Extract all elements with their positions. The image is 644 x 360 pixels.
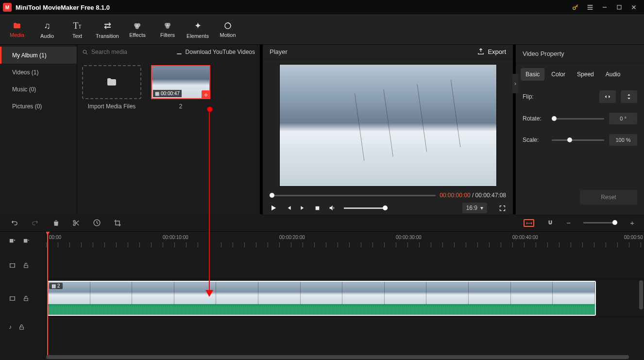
sidebar-item-videos[interactable]: Videos (1) <box>0 64 77 81</box>
sidebar-item-myalbum[interactable]: My Album (1) <box>0 47 77 64</box>
timeline-clip[interactable]: ▦ 2 <box>47 281 596 316</box>
transition-icon: ⇄ <box>104 20 111 31</box>
tab-audio[interactable]: ♫ Audio <box>32 15 62 44</box>
timeline-tracks[interactable]: 00:00 00:00:10:00 00:00:20:00 00:00:30:0… <box>46 232 644 355</box>
folder-plus-icon <box>105 76 119 88</box>
clip-name: 2 <box>179 103 183 110</box>
zoom-out-button[interactable]: − <box>566 219 571 227</box>
scale-slider[interactable] <box>552 139 604 141</box>
folder-icon <box>12 21 22 30</box>
tab-text[interactable]: TT Text <box>62 15 92 44</box>
volume-slider[interactable] <box>344 207 388 209</box>
property-title: Video Property <box>523 50 564 57</box>
import-label: Import Media Files <box>88 103 136 110</box>
close-button[interactable] <box>627 0 641 15</box>
reset-button[interactable]: Reset <box>580 190 637 205</box>
overlay-lock-button[interactable] <box>23 262 29 269</box>
media-panel: My Album (1) Videos (1) Music (0) Pictur… <box>0 45 260 214</box>
title-bar: M MiniTool MovieMaker Free 8.1.0 <box>0 0 644 15</box>
activate-key-icon[interactable] <box>568 0 583 15</box>
audio-track[interactable] <box>46 317 644 337</box>
horizontal-scrollbar[interactable] <box>0 355 644 360</box>
film-icon: ▦ <box>155 91 159 96</box>
video-track-icon <box>9 295 16 302</box>
fullscreen-button[interactable] <box>499 205 506 212</box>
sidebar-item-pictures[interactable]: Pictures (0) <box>0 98 77 115</box>
time-ruler[interactable]: 00:00 00:00:10:00 00:00:20:00 00:00:30:0… <box>46 232 644 251</box>
main-video-track[interactable]: ▦ 2 <box>46 279 644 317</box>
undo-button[interactable] <box>10 219 18 227</box>
minimize-button[interactable] <box>597 0 612 15</box>
next-frame-button[interactable] <box>300 205 306 211</box>
annotation-arrow <box>209 107 210 296</box>
crop-button[interactable] <box>114 219 121 227</box>
svg-rect-16 <box>10 263 15 267</box>
sidebar-item-music[interactable]: Music (0) <box>0 81 77 98</box>
prop-tab-color[interactable]: Color <box>546 68 570 81</box>
split-button[interactable] <box>72 219 80 227</box>
svg-rect-17 <box>24 265 28 267</box>
audio-track-icon: ♪ <box>9 324 12 330</box>
property-panel: › Video Property Basic Color Speed Audio… <box>516 45 644 214</box>
seek-bar[interactable] <box>270 195 436 196</box>
aspect-ratio-select[interactable]: 16:9 ▾ <box>462 203 487 213</box>
tab-elements[interactable]: ✦ Elements <box>183 15 213 44</box>
stop-button[interactable] <box>314 205 321 211</box>
auto-fit-button[interactable]: ⟷ <box>524 219 534 227</box>
search-input[interactable] <box>91 49 150 55</box>
scale-label: Scale: <box>523 137 547 143</box>
tab-transition[interactable]: ⇄ Transition <box>92 15 122 44</box>
maximize-button[interactable] <box>612 0 627 15</box>
volume-button[interactable] <box>328 204 336 212</box>
search-input-wrap[interactable] <box>82 49 172 55</box>
svg-rect-18 <box>10 296 15 300</box>
overlay-track-icon <box>9 262 16 269</box>
import-media-button[interactable] <box>82 65 141 99</box>
audio-lock-button[interactable] <box>18 324 25 331</box>
prop-tab-audio[interactable]: Audio <box>601 68 626 81</box>
clip-duration-badge: ▦ 00:00:47 <box>153 90 182 97</box>
rotate-slider[interactable] <box>552 118 604 120</box>
magnet-button[interactable] <box>547 219 554 227</box>
rotate-label: Rotate: <box>523 115 547 122</box>
sparkle-icon: ✦ <box>194 20 202 31</box>
timeline-toolbar: ⟷ − + <box>0 214 644 232</box>
music-icon: ♫ <box>44 21 51 31</box>
menu-icon[interactable] <box>583 0 597 15</box>
tab-motion[interactable]: Motion <box>213 15 243 44</box>
timecode: 00:00:00:00 / 00:00:47:08 <box>440 192 506 199</box>
prop-tab-speed[interactable]: Speed <box>572 68 599 81</box>
vertical-scrollbar[interactable] <box>639 280 643 309</box>
effects-icon <box>133 21 142 30</box>
playhead[interactable] <box>47 232 48 355</box>
export-icon <box>477 48 485 55</box>
panel-expand-toggle[interactable]: › <box>512 74 518 93</box>
add-clip-button[interactable]: + <box>202 90 210 99</box>
prop-tab-basic[interactable]: Basic <box>521 68 544 81</box>
video-preview[interactable] <box>279 64 497 187</box>
svg-rect-10 <box>316 206 320 210</box>
zoom-in-button[interactable]: + <box>630 219 634 227</box>
scale-value[interactable]: 100 % <box>609 134 637 146</box>
tab-effects[interactable]: Effects <box>122 15 153 44</box>
prev-frame-button[interactable] <box>285 205 292 211</box>
media-clip-thumbnail[interactable]: ▦ 00:00:47 + <box>151 65 210 99</box>
video-lock-button[interactable] <box>23 295 29 302</box>
delete-button[interactable] <box>52 219 60 227</box>
flip-horizontal-button[interactable] <box>599 90 616 103</box>
flip-vertical-button[interactable] <box>621 90 637 103</box>
rotate-value[interactable]: 0 ° <box>609 113 637 124</box>
remove-marker-button[interactable] <box>23 238 30 245</box>
export-button[interactable]: Export <box>477 48 506 55</box>
tab-filters[interactable]: Filters <box>153 15 183 44</box>
tab-media[interactable]: Media <box>2 15 32 44</box>
svg-rect-20 <box>20 326 24 329</box>
speed-button[interactable] <box>93 219 101 227</box>
play-button[interactable] <box>270 204 277 212</box>
zoom-slider[interactable] <box>583 222 617 223</box>
add-marker-button[interactable] <box>9 238 16 245</box>
redo-button[interactable] <box>31 219 40 227</box>
overlay-track[interactable] <box>46 251 644 279</box>
download-youtube-link[interactable]: Download YouTube Videos <box>176 49 255 55</box>
svg-point-4 <box>136 25 139 29</box>
